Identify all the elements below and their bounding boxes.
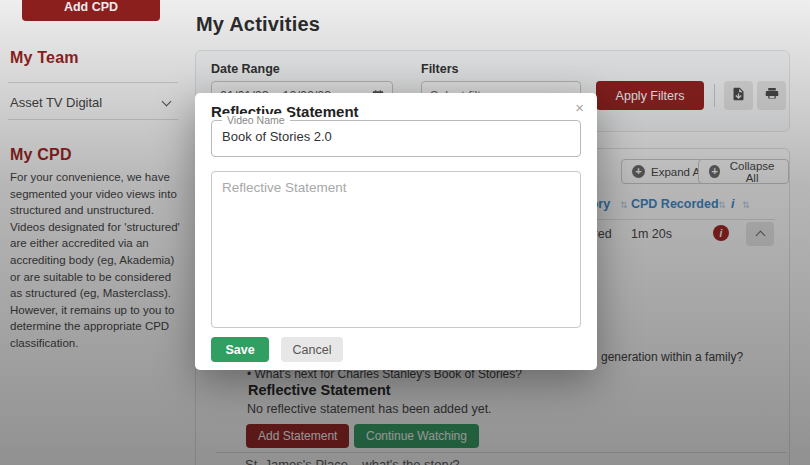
video-name-label: Video Name bbox=[222, 114, 290, 126]
statement-textarea[interactable] bbox=[211, 171, 581, 328]
save-button[interactable]: Save bbox=[211, 337, 269, 362]
video-name-field: Video Name bbox=[211, 120, 581, 157]
cancel-button[interactable]: Cancel bbox=[281, 337, 343, 362]
video-name-input[interactable] bbox=[222, 129, 562, 144]
reflective-statement-dialog: Reflective Statement Video Name Save Can… bbox=[195, 93, 597, 370]
app-root: Add CPD My Team Asset TV Digital My CPD … bbox=[0, 0, 810, 465]
close-icon[interactable] bbox=[575, 99, 584, 116]
